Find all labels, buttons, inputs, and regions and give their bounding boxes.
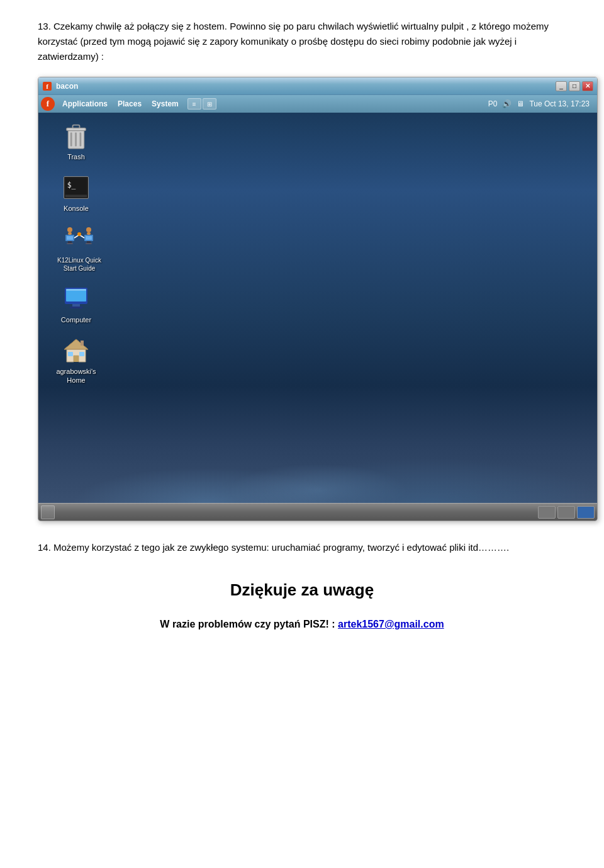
svg-text:f: f: [46, 82, 48, 90]
thanks-text: Dziękuje za uwagę: [230, 580, 374, 599]
taskbar-right: [538, 506, 595, 519]
computer-icon-item[interactable]: Computer: [51, 285, 101, 324]
applications-menu[interactable]: Applications: [57, 97, 113, 111]
taskbar: [38, 503, 597, 521]
toolbar-btn-2[interactable]: ⊞: [203, 98, 216, 110]
svg-rect-7: [73, 125, 80, 129]
footer-email-link[interactable]: artek1567@gmail.com: [338, 619, 444, 629]
svg-point-24: [67, 227, 72, 232]
toolbar-buttons: ≡ ⊞: [187, 98, 216, 110]
konsole-inner-svg: $_: [64, 176, 88, 199]
titlebar-buttons: _ □ ✕: [556, 81, 593, 91]
svg-rect-38: [81, 341, 84, 346]
thanks-section: Dziękuje za uwagę: [38, 580, 566, 600]
trash-icon-item[interactable]: Trash: [51, 122, 101, 161]
svg-rect-30: [72, 304, 80, 307]
konsole-icon-item[interactable]: $_ Konsole: [51, 174, 101, 213]
home-icon-image: [62, 337, 90, 364]
trash-label: Trash: [67, 152, 85, 161]
close-button[interactable]: ✕: [582, 81, 593, 91]
k12-icon-image: [65, 226, 93, 254]
taskbar-btn-3: [577, 506, 595, 519]
desktop-icons-list: Trash $_ Konsole: [51, 122, 108, 385]
volume-icon: 🔊: [502, 99, 512, 108]
svg-rect-19: [87, 241, 91, 243]
svg-point-26: [86, 227, 91, 232]
paragraph-14: 14. Możemy korzystać z tego jak ze zwykł…: [38, 540, 566, 555]
svg-rect-4: [75, 133, 77, 147]
konsole-icon-image: $_: [62, 174, 90, 201]
paragraph-13-text: Czekamy chwilę aż połączy się z hostem. …: [38, 21, 549, 62]
svg-rect-16: [67, 243, 73, 244]
svg-rect-36: [68, 352, 73, 356]
svg-rect-5: [80, 133, 82, 147]
footer-text: W razie problemów czy pytań PISZ! :: [160, 619, 335, 629]
desktop-window: f bacon _ □ ✕ f Applications Places Syst…: [38, 77, 598, 521]
k12-label: K12Linux QuickStart Guide: [57, 256, 101, 273]
paragraph-13: 13. Czekamy chwilę aż połączy się z host…: [38, 19, 566, 64]
footer-section: W razie problemów czy pytań PISZ! : arte…: [38, 619, 566, 630]
item-number-14: 14.: [38, 542, 51, 553]
titlebar-title: bacon: [56, 82, 556, 91]
svg-rect-8: [67, 128, 85, 130]
computer-icon-image: [62, 285, 90, 313]
item-number-13: 13.: [38, 21, 51, 31]
svg-rect-3: [70, 133, 72, 147]
svg-rect-32: [66, 289, 86, 291]
svg-rect-15: [68, 241, 72, 243]
home-svg: [63, 338, 89, 363]
menu-right-section: P0 🔊 🖥 Tue Oct 13, 17:23: [488, 99, 595, 108]
k12-icon-item[interactable]: K12Linux QuickStart Guide: [51, 226, 108, 273]
maximize-button[interactable]: □: [569, 81, 580, 91]
desktop-area: Trash $_ Konsole: [38, 113, 597, 503]
menubar: f Applications Places System ≡ ⊞ P0 🔊 🖥 …: [38, 95, 597, 113]
svg-rect-14: [67, 236, 73, 240]
paragraph-14-text: Możemy korzystać z tego jak ze zwykłego …: [53, 542, 509, 553]
taskbar-btn-1: [538, 506, 556, 519]
minimize-button[interactable]: _: [556, 81, 567, 91]
computer-svg: [62, 286, 90, 312]
svg-marker-34: [64, 339, 88, 349]
svg-rect-35: [74, 356, 79, 362]
svg-point-23: [77, 232, 81, 236]
svg-rect-31: [70, 307, 82, 308]
trash-icon-image: [62, 122, 90, 150]
places-menu[interactable]: Places: [113, 97, 147, 111]
taskbar-icon: [41, 505, 55, 519]
trash-svg: [64, 122, 89, 150]
system-menu[interactable]: System: [147, 97, 184, 111]
svg-rect-37: [79, 352, 84, 356]
toolbar-btn-1[interactable]: ≡: [187, 98, 201, 110]
svg-text:$_: $_: [67, 181, 76, 189]
computer-label: Computer: [61, 315, 91, 324]
taskbar-btn-2: [557, 506, 575, 519]
k12-svg: [65, 227, 93, 252]
workspace-indicator: P0: [488, 99, 498, 108]
titlebar: f bacon _ □ ✕: [38, 77, 597, 95]
home-label: agrabowski's Home: [51, 367, 101, 385]
datetime-display: Tue Oct 13, 17:23: [529, 99, 590, 108]
network-icon: 🖥: [517, 99, 524, 108]
svg-rect-20: [86, 243, 92, 244]
fedora-logo: f: [41, 97, 55, 111]
svg-rect-27: [87, 232, 91, 235]
svg-rect-18: [86, 236, 92, 240]
home-icon-item[interactable]: agrabowski's Home: [51, 337, 101, 385]
konsole-svg: $_: [64, 176, 89, 199]
titlebar-app-icon: f: [42, 81, 52, 91]
konsole-label: Konsole: [64, 204, 89, 213]
svg-rect-12: [65, 195, 87, 198]
svg-rect-25: [68, 232, 72, 235]
